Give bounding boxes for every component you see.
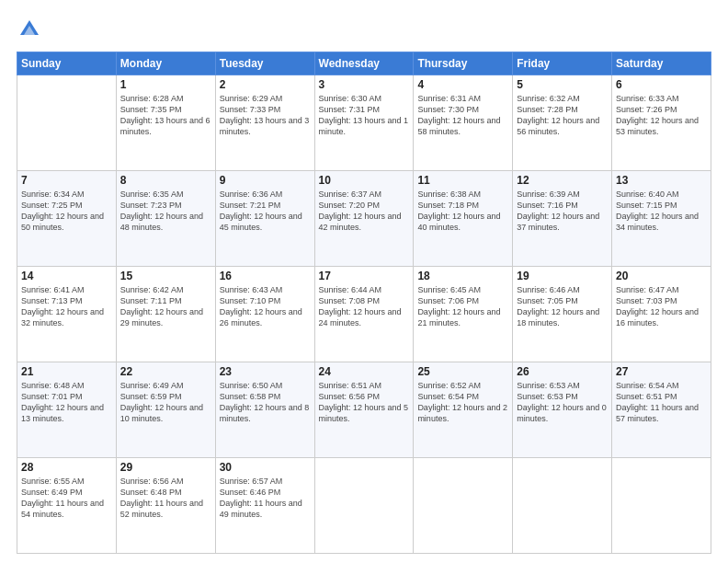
calendar-cell — [612, 458, 711, 554]
day-header-sunday: Sunday — [17, 52, 117, 75]
calendar-cell: 10Sunrise: 6:37 AMSunset: 7:20 PMDayligh… — [314, 171, 414, 267]
calendar-cell: 28Sunrise: 6:55 AMSunset: 6:49 PMDayligh… — [17, 458, 117, 554]
calendar-header: SundayMondayTuesdayWednesdayThursdayFrid… — [17, 52, 711, 75]
day-number: 6 — [616, 78, 707, 91]
calendar-cell: 3Sunrise: 6:30 AMSunset: 7:31 PMDaylight… — [314, 75, 414, 171]
calendar-cell: 26Sunrise: 6:53 AMSunset: 6:53 PMDayligh… — [513, 362, 612, 458]
calendar-cell: 19Sunrise: 6:46 AMSunset: 7:05 PMDayligh… — [513, 267, 612, 362]
calendar-cell — [17, 75, 117, 171]
day-info: Sunrise: 6:42 AMSunset: 7:11 PMDaylight:… — [120, 284, 211, 329]
day-header-friday: Friday — [513, 52, 612, 75]
day-header-wednesday: Wednesday — [314, 52, 414, 75]
day-info: Sunrise: 6:37 AMSunset: 7:20 PMDaylight:… — [319, 189, 410, 234]
calendar-cell: 20Sunrise: 6:47 AMSunset: 7:03 PMDayligh… — [612, 267, 711, 362]
header-row: SundayMondayTuesdayWednesdayThursdayFrid… — [17, 52, 711, 75]
day-number: 8 — [120, 174, 211, 187]
day-info: Sunrise: 6:45 AMSunset: 7:06 PMDaylight:… — [417, 284, 508, 329]
day-info: Sunrise: 6:43 AMSunset: 7:10 PMDaylight:… — [220, 284, 311, 329]
day-info: Sunrise: 6:46 AMSunset: 7:05 PMDaylight:… — [517, 284, 608, 329]
week-row-2: 7Sunrise: 6:34 AMSunset: 7:25 PMDaylight… — [17, 171, 711, 267]
week-row-1: 1Sunrise: 6:28 AMSunset: 7:35 PMDaylight… — [17, 75, 711, 171]
day-number: 7 — [21, 174, 112, 187]
calendar-cell: 21Sunrise: 6:48 AMSunset: 7:01 PMDayligh… — [17, 362, 117, 458]
day-header-tuesday: Tuesday — [215, 52, 314, 75]
calendar-cell: 16Sunrise: 6:43 AMSunset: 7:10 PMDayligh… — [215, 267, 314, 362]
day-number: 4 — [417, 78, 508, 91]
day-info: Sunrise: 6:57 AMSunset: 6:46 PMDaylight:… — [220, 476, 311, 521]
day-number: 9 — [220, 174, 311, 187]
calendar-cell: 2Sunrise: 6:29 AMSunset: 7:33 PMDaylight… — [215, 75, 314, 171]
day-number: 23 — [220, 365, 311, 378]
day-number: 12 — [517, 174, 608, 187]
calendar-cell: 18Sunrise: 6:45 AMSunset: 7:06 PMDayligh… — [414, 267, 513, 362]
calendar-cell: 23Sunrise: 6:50 AMSunset: 6:58 PMDayligh… — [215, 362, 314, 458]
day-number: 28 — [21, 461, 112, 474]
calendar-cell: 8Sunrise: 6:35 AMSunset: 7:23 PMDaylight… — [116, 171, 215, 267]
calendar-cell — [414, 458, 513, 554]
day-header-saturday: Saturday — [612, 52, 711, 75]
day-info: Sunrise: 6:55 AMSunset: 6:49 PMDaylight:… — [21, 476, 112, 521]
calendar-cell: 25Sunrise: 6:52 AMSunset: 6:54 PMDayligh… — [414, 362, 513, 458]
calendar-cell — [314, 458, 414, 554]
day-header-thursday: Thursday — [414, 52, 513, 75]
calendar-cell: 11Sunrise: 6:38 AMSunset: 7:18 PMDayligh… — [414, 171, 513, 267]
day-info: Sunrise: 6:40 AMSunset: 7:15 PMDaylight:… — [616, 189, 707, 234]
day-info: Sunrise: 6:35 AMSunset: 7:23 PMDaylight:… — [120, 189, 211, 234]
day-info: Sunrise: 6:33 AMSunset: 7:26 PMDaylight:… — [616, 93, 707, 138]
day-number: 27 — [616, 365, 707, 378]
week-row-5: 28Sunrise: 6:55 AMSunset: 6:49 PMDayligh… — [17, 458, 711, 554]
day-info: Sunrise: 6:32 AMSunset: 7:28 PMDaylight:… — [517, 93, 608, 138]
day-info: Sunrise: 6:52 AMSunset: 6:54 PMDaylight:… — [417, 380, 508, 425]
day-number: 14 — [21, 270, 112, 282]
day-info: Sunrise: 6:31 AMSunset: 7:30 PMDaylight:… — [417, 93, 508, 138]
day-info: Sunrise: 6:30 AMSunset: 7:31 PMDaylight:… — [319, 93, 410, 138]
day-info: Sunrise: 6:50 AMSunset: 6:58 PMDaylight:… — [220, 380, 311, 425]
day-number: 30 — [220, 461, 311, 474]
day-number: 17 — [319, 270, 410, 282]
day-info: Sunrise: 6:49 AMSunset: 6:59 PMDaylight:… — [120, 380, 211, 425]
day-number: 24 — [319, 365, 410, 378]
day-info: Sunrise: 6:47 AMSunset: 7:03 PMDaylight:… — [616, 284, 707, 329]
day-number: 5 — [517, 78, 608, 91]
day-info: Sunrise: 6:28 AMSunset: 7:35 PMDaylight:… — [120, 93, 211, 138]
day-info: Sunrise: 6:48 AMSunset: 7:01 PMDaylight:… — [21, 380, 112, 425]
calendar-cell: 15Sunrise: 6:42 AMSunset: 7:11 PMDayligh… — [116, 267, 215, 362]
week-row-3: 14Sunrise: 6:41 AMSunset: 7:13 PMDayligh… — [17, 267, 711, 362]
day-info: Sunrise: 6:53 AMSunset: 6:53 PMDaylight:… — [517, 380, 608, 425]
day-info: Sunrise: 6:41 AMSunset: 7:13 PMDaylight:… — [21, 284, 112, 329]
logo-icon — [17, 17, 42, 42]
day-info: Sunrise: 6:54 AMSunset: 6:51 PMDaylight:… — [616, 380, 707, 425]
calendar-body: 1Sunrise: 6:28 AMSunset: 7:35 PMDaylight… — [17, 75, 711, 554]
calendar-cell: 1Sunrise: 6:28 AMSunset: 7:35 PMDaylight… — [116, 75, 215, 171]
day-info: Sunrise: 6:51 AMSunset: 6:56 PMDaylight:… — [319, 380, 410, 425]
day-number: 25 — [417, 365, 508, 378]
day-number: 1 — [120, 78, 211, 91]
day-number: 3 — [319, 78, 410, 91]
week-row-4: 21Sunrise: 6:48 AMSunset: 7:01 PMDayligh… — [17, 362, 711, 458]
day-info: Sunrise: 6:39 AMSunset: 7:16 PMDaylight:… — [517, 189, 608, 234]
day-info: Sunrise: 6:44 AMSunset: 7:08 PMDaylight:… — [319, 284, 410, 329]
calendar-cell: 4Sunrise: 6:31 AMSunset: 7:30 PMDaylight… — [414, 75, 513, 171]
calendar-cell — [513, 458, 612, 554]
calendar-cell: 5Sunrise: 6:32 AMSunset: 7:28 PMDaylight… — [513, 75, 612, 171]
calendar-cell: 14Sunrise: 6:41 AMSunset: 7:13 PMDayligh… — [17, 267, 117, 362]
day-number: 15 — [120, 270, 211, 282]
day-number: 18 — [417, 270, 508, 282]
calendar-cell: 6Sunrise: 6:33 AMSunset: 7:26 PMDaylight… — [612, 75, 711, 171]
calendar-cell: 7Sunrise: 6:34 AMSunset: 7:25 PMDaylight… — [17, 171, 117, 267]
day-number: 11 — [417, 174, 508, 187]
day-number: 29 — [120, 461, 211, 474]
calendar-cell: 22Sunrise: 6:49 AMSunset: 6:59 PMDayligh… — [116, 362, 215, 458]
calendar-cell: 30Sunrise: 6:57 AMSunset: 6:46 PMDayligh… — [215, 458, 314, 554]
day-header-monday: Monday — [116, 52, 215, 75]
logo — [17, 17, 46, 42]
day-number: 13 — [616, 174, 707, 187]
day-info: Sunrise: 6:36 AMSunset: 7:21 PMDaylight:… — [220, 189, 311, 234]
calendar-cell: 9Sunrise: 6:36 AMSunset: 7:21 PMDaylight… — [215, 171, 314, 267]
day-number: 20 — [616, 270, 707, 282]
day-number: 21 — [21, 365, 112, 378]
day-info: Sunrise: 6:34 AMSunset: 7:25 PMDaylight:… — [21, 189, 112, 234]
day-number: 16 — [220, 270, 311, 282]
header — [17, 17, 711, 42]
calendar-cell: 17Sunrise: 6:44 AMSunset: 7:08 PMDayligh… — [314, 267, 414, 362]
